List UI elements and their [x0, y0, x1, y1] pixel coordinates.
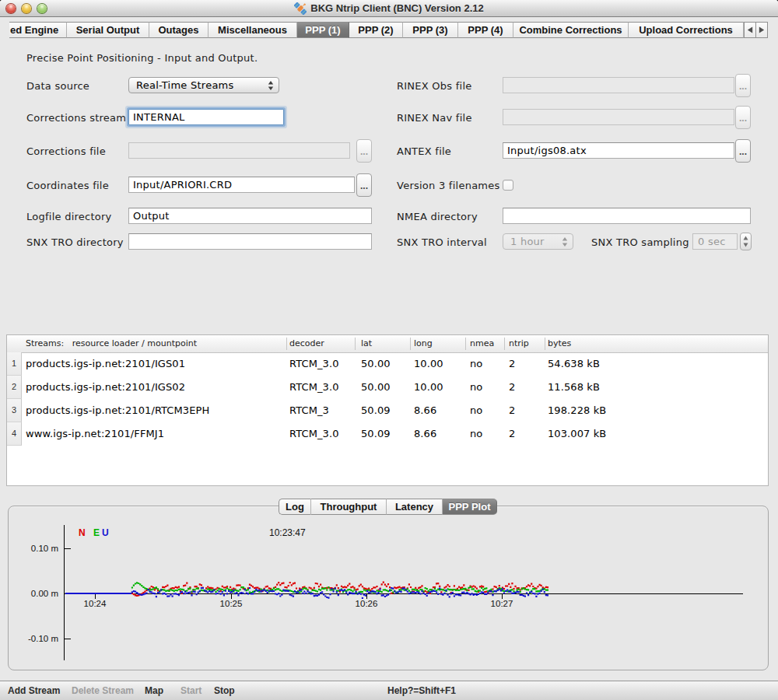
streams-table-header: Streams: resource loader / mountpointdec…	[7, 335, 768, 353]
antex-browse-button[interactable]: ...	[735, 139, 751, 163]
corrections-file-label: Corrections file	[26, 145, 106, 157]
logfile-directory-input[interactable]: Output	[128, 208, 372, 224]
table-row[interactable]: www.igs-ip.net:2101/FFMJ1RTCM_3.050.098.…	[7, 422, 768, 446]
table-cell: RTCM_3.0	[289, 422, 339, 446]
table-cell: 2	[509, 399, 515, 422]
table-cell: 2	[509, 422, 515, 446]
rinex-obs-browse-button[interactable]: ...	[735, 74, 751, 97]
tab-throughput[interactable]: Throughput	[311, 499, 387, 515]
ppp-plot: 0.10 m0.00 m-0.10 m10:2410:2510:2610:27N…	[0, 506, 778, 684]
table-cell: 103.007 kB	[548, 422, 606, 446]
table-cell: RTCM_3.0	[289, 352, 339, 376]
logfile-directory-label: Logfile directory	[26, 211, 112, 222]
delete-stream-button[interactable]: Delete Stream	[72, 681, 134, 700]
nmea-directory-input[interactable]	[503, 208, 751, 224]
snx-tro-interval-label: SNX TRO interval	[397, 236, 487, 248]
column-separator[interactable]	[355, 338, 356, 350]
version3-filenames-checkbox[interactable]	[503, 180, 513, 191]
column-header[interactable]: bytes	[548, 335, 571, 352]
snx-tro-sampling-spinner[interactable]	[740, 233, 752, 250]
spin-down-icon[interactable]	[743, 243, 748, 247]
ppp-section-heading: Precise Point Positioning - Input and Ou…	[26, 52, 258, 64]
column-separator[interactable]	[410, 338, 411, 350]
tab-upload-corrections[interactable]: Upload Corrections	[629, 22, 744, 38]
plot-y-tick-label: 0.00 m	[31, 589, 58, 598]
snx-tro-sampling-input[interactable]: 0 sec	[692, 233, 738, 250]
tab-log[interactable]: Log	[279, 499, 311, 515]
tab-ppp-plot[interactable]: PPP Plot	[443, 499, 497, 515]
tab-ppp-3[interactable]: PPP (3)	[403, 22, 458, 38]
tab-combine-corrections[interactable]: Combine Corrections	[513, 22, 629, 38]
column-header[interactable]: long	[414, 335, 433, 352]
rinex-obs-file-label: RINEX Obs file	[397, 80, 472, 92]
table-row[interactable]: products.igs-ip.net:2101/RTCM3EPHRTCM_35…	[7, 399, 768, 422]
column-header[interactable]: decoder	[289, 335, 324, 352]
rinex-nav-file-input[interactable]	[503, 109, 734, 125]
table-row[interactable]: products.igs-ip.net:2101/IGS01RTCM_3.050…	[7, 352, 768, 376]
column-header[interactable]: ntrip	[509, 335, 529, 352]
data-source-combo[interactable]: Real-Time Streams	[128, 77, 279, 93]
tab-outages[interactable]: Outages	[149, 22, 209, 38]
table-cell: 198.228 kB	[548, 399, 606, 422]
plot-y-tick-label: -0.10 m	[28, 634, 58, 643]
tab-scroll-left-button[interactable]	[744, 22, 756, 38]
table-cell: RTCM_3	[289, 399, 329, 422]
coordinates-file-browse-button[interactable]: ...	[356, 173, 372, 197]
spin-up-icon[interactable]	[743, 236, 748, 240]
combo-updown-icon	[562, 236, 568, 247]
window-title-text: BKG Ntrip Client (BNC) Version 2.12	[310, 2, 483, 14]
table-cell: 54.638 kB	[548, 352, 600, 376]
corrections-stream-input[interactable]: INTERNAL	[128, 109, 284, 125]
table-cell: 8.66	[414, 422, 436, 446]
plot-legend-E: E	[93, 527, 100, 538]
right-arrow-icon	[759, 26, 765, 33]
tab-miscellaneous[interactable]: Miscellaneous	[209, 22, 297, 38]
plot-legend-U: U	[102, 527, 109, 538]
antex-file-input[interactable]: Input/igs08.atx	[503, 142, 734, 159]
add-stream-button[interactable]: Add Stream	[8, 681, 60, 700]
column-separator[interactable]	[286, 338, 287, 350]
stop-button[interactable]: Stop	[214, 681, 235, 700]
snx-tro-directory-input[interactable]	[128, 233, 372, 250]
tab-ppp-1[interactable]: PPP (1)	[297, 22, 349, 38]
column-separator[interactable]	[465, 338, 466, 350]
corrections-file-browse-button[interactable]: ...	[356, 139, 372, 163]
table-cell: products.igs-ip.net:2101/RTCM3EPH	[26, 399, 209, 422]
map-button[interactable]: Map	[145, 681, 163, 700]
plot-x-tick-label: 10:27	[491, 599, 513, 608]
window-title: BKG Ntrip Client (BNC) Version 2.12	[0, 0, 778, 16]
tab-serial-output[interactable]: Serial Output	[67, 22, 149, 38]
column-header[interactable]: lat	[361, 335, 372, 352]
coordinates-file-input[interactable]: Input/APRIORI.CRD	[128, 177, 355, 193]
column-separator[interactable]	[504, 338, 505, 350]
snx-tro-interval-combo[interactable]: 1 hour	[503, 233, 573, 250]
start-button[interactable]: Start	[180, 681, 202, 700]
corrections-file-input[interactable]	[128, 142, 350, 159]
snx-tro-directory-label: SNX TRO directory	[26, 236, 124, 248]
tab-ed-engine[interactable]: ed Engine	[9, 22, 67, 38]
plot-legend-N: N	[79, 527, 86, 538]
tab-scroll-right-button[interactable]	[756, 22, 769, 38]
table-cell: no	[470, 376, 482, 399]
table-cell: 2	[509, 376, 515, 399]
table-cell: 10.00	[414, 352, 443, 376]
rinex-nav-browse-button[interactable]: ...	[735, 106, 751, 129]
nmea-directory-label: NMEA directory	[397, 211, 478, 222]
table-row[interactable]: products.igs-ip.net:2101/IGS02RTCM_3.050…	[7, 376, 768, 399]
rinex-nav-file-label: RINEX Nav file	[397, 112, 472, 124]
satellite-icon	[294, 2, 307, 15]
title-bar[interactable]: BKG Ntrip Client (BNC) Version 2.12	[0, 0, 778, 17]
snx-tro-sampling-label: SNX TRO sampling	[591, 236, 689, 248]
version3-filenames-label: Version 3 filenames	[397, 180, 500, 191]
column-separator[interactable]	[545, 338, 545, 350]
tab-ppp-2[interactable]: PPP (2)	[349, 22, 403, 38]
tab-ppp-4[interactable]: PPP (4)	[458, 22, 513, 38]
streams-table: Streams: resource loader / mountpointdec…	[6, 334, 769, 486]
rinex-obs-file-input[interactable]	[503, 77, 734, 93]
column-header[interactable]: nmea	[470, 335, 494, 352]
table-cell: 2	[509, 352, 515, 376]
table-cell: www.igs-ip.net:2101/FFMJ1	[26, 422, 164, 446]
column-header[interactable]: Streams: resource loader / mountpoint	[26, 335, 197, 352]
tab-latency[interactable]: Latency	[387, 499, 443, 515]
plot-x-tick-label: 10:24	[84, 599, 107, 608]
